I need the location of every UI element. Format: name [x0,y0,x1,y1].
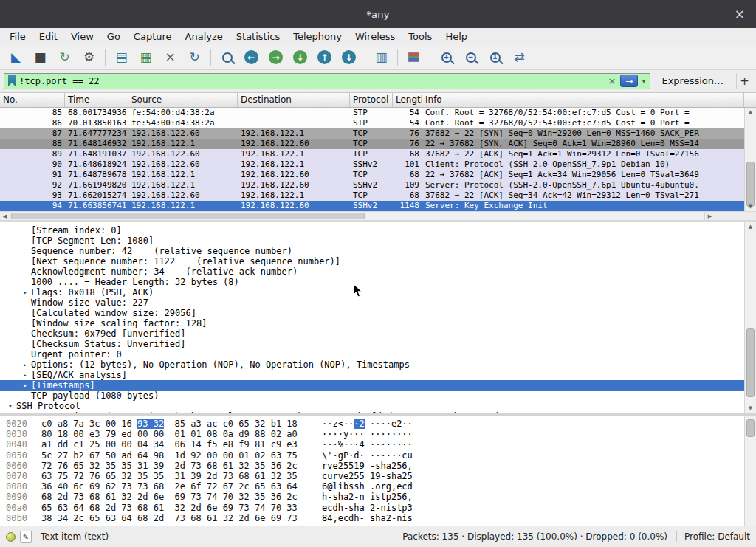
expand-arrow-icon[interactable]: ▸ [19,287,31,297]
detail-line[interactable]: [TCP Segment Len: 1080] [0,235,756,246]
details-scrollbar[interactable]: ▲ ▼ [744,222,756,413]
packet-row-87[interactable]: 8771.647777234192.168.122.60192.168.122.… [0,128,756,139]
reload-button[interactable]: ↻ [183,47,206,68]
detail-line[interactable]: Urgent pointer: 0 [0,349,756,359]
packet-row-91[interactable]: 9171.648789678192.168.122.1192.168.122.6… [0,170,756,180]
packet-row-93[interactable]: 9371.662015274192.168.122.60192.168.122.… [0,190,756,201]
packet-row-89[interactable]: 8971.648191037192.168.122.60192.168.122.… [0,149,756,159]
scrollbar-thumb[interactable] [746,419,755,437]
capture-options-button[interactable]: ⚙ [78,47,100,68]
detail-line[interactable]: Sequence number: 42 (relative sequence n… [0,246,756,256]
zoom-out-button[interactable]: − [459,47,482,68]
menu-tools[interactable]: Tools [402,30,439,44]
column-header-no[interactable]: No. [0,93,65,107]
zoom-in-button[interactable]: + [435,47,458,68]
capture-restart-button[interactable]: ↻ [53,47,76,68]
filter-bookmark-icon[interactable] [8,75,16,86]
menu-statistics[interactable]: Statistics [230,30,286,44]
hex-row-0080[interactable]: 008036 40 6c 69 62 73 73 68 2e 6f 72 67 … [0,481,756,492]
detail-line[interactable]: ▾SSH Protocol [0,401,756,411]
hscroll-track[interactable] [10,212,704,220]
packet-list-hscrollbar[interactable]: ◀ ▶ [0,211,756,220]
resize-columns-button[interactable]: ⇄ [508,47,531,68]
go-back-button[interactable]: ← [240,47,263,68]
detail-line[interactable]: [Checksum Status: Unverified] [0,339,756,349]
detail-line[interactable]: [Window size scaling factor: 128] [0,318,756,328]
clear-filter-icon[interactable]: × [605,75,619,86]
menu-wireless[interactable]: Wireless [348,30,402,44]
file-close-button[interactable]: × [159,47,182,68]
scrollbar-thumb[interactable] [746,162,755,207]
apply-filter-button[interactable]: → [620,75,638,87]
hex-row-0060[interactable]: 006072 76 65 32 35 35 31 39 2d 73 68 61 … [0,461,756,471]
expand-arrow-icon[interactable]: ▸ [19,370,31,380]
add-filter-button-plus[interactable]: + [736,73,752,89]
hex-scrollbar[interactable] [744,416,756,526]
detail-line[interactable]: ▸[Timestamps] [0,380,756,391]
expand-arrow-icon[interactable]: ▸ [19,359,31,370]
menu-edit[interactable]: Edit [32,30,64,44]
packet-row-86[interactable]: 8670.013850163fe:54:00:d4:38:2aSTP54Conf… [0,118,756,128]
expression-button[interactable]: Expression… [656,74,729,88]
packet-row-92[interactable]: 9271.661949820192.168.122.1192.168.122.6… [0,180,756,190]
packet-list-scrollbar[interactable]: ▲ ▼ [744,108,756,211]
hex-row-0090[interactable]: 009068 2d 73 68 61 32 2d 6e 69 73 74 70 … [0,492,756,502]
capture-comment-icon[interactable]: ✎ [20,531,32,543]
go-to-packet-button[interactable]: ↓ [289,47,312,68]
scroll-right-arrow-icon[interactable]: ▶ [704,212,715,220]
file-open-button[interactable]: ▤ [110,47,133,68]
expert-info-icon[interactable] [6,532,16,542]
menu-file[interactable]: File [3,30,32,44]
menu-analyze[interactable]: Analyze [179,30,230,44]
zoom-original-button[interactable]: 1 [484,47,506,68]
detail-line[interactable]: [Stream index: 0] [0,225,756,235]
hex-row-0020[interactable]: 0020c0 a8 7a 3c 00 16 93 32 85 a3 ac c0 … [0,419,756,429]
scroll-up-arrow-icon[interactable]: ▲ [745,108,756,117]
scroll-left-arrow-icon[interactable]: ◀ [0,212,10,220]
packet-row-90[interactable]: 9071.648618924192.168.122.60192.168.122.… [0,159,756,170]
menu-telephony[interactable]: Telephony [286,30,348,44]
expand-arrow-icon[interactable]: ▸ [19,380,31,391]
close-window-button[interactable]: × [731,7,749,21]
status-profile[interactable]: Profile: Default [676,531,750,542]
detail-line[interactable]: Acknowledgment number: 34 (relative ack … [0,266,756,277]
hex-row-0070[interactable]: 007063 75 72 76 65 32 35 35 31 39 2d 73 … [0,471,756,481]
expand-arrow-icon[interactable]: ▾ [4,401,16,411]
packet-row-94[interactable]: 9471.663856741192.168.122.1192.168.122.6… [0,201,756,211]
detail-line[interactable]: ▸Flags: 0x018 (PSH, ACK) [0,287,756,297]
detail-line[interactable]: TCP payload (1080 bytes) [0,391,756,401]
hex-row-0030[interactable]: 003080 18 00 e3 79 ed 00 00 01 01 08 0a … [0,429,756,439]
menu-capture[interactable]: Capture [127,30,179,44]
detail-line[interactable]: [Calculated window size: 29056] [0,308,756,318]
hex-row-00b0[interactable]: 00b038 34 2c 65 63 64 68 2d 73 68 61 32 … [0,513,756,523]
packet-row-85[interactable]: 8568.001734936fe:54:00:d4:38:2aSTP54Conf… [0,108,756,118]
detail-line[interactable]: Checksum: 0x79ed [unverified] [0,328,756,339]
column-header-length[interactable]: Length [393,93,422,107]
column-header-destination[interactable]: Destination [238,93,350,107]
detail-line[interactable]: 1000 .... = Header Length: 32 bytes (8) [0,277,756,287]
hex-row-0040[interactable]: 0040a1 dd c1 25 00 00 04 34 06 14 f5 e8 … [0,439,756,450]
column-header-time[interactable]: Time [65,93,128,107]
colorize-button[interactable] [402,47,425,68]
file-save-button[interactable]: ▦ [134,47,157,68]
scroll-down-arrow-icon[interactable]: ▼ [745,202,756,211]
column-header-protocol[interactable]: Protocol [350,93,393,107]
display-filter-field[interactable]: × → ▾ [4,73,650,89]
scroll-up-arrow-icon[interactable]: ▲ [745,222,756,231]
scrollbar-thumb[interactable] [746,328,755,397]
scroll-down-arrow-icon[interactable]: ▼ [745,404,756,413]
hscrollbar-thumb[interactable] [11,213,365,219]
capture-stop-button[interactable]: ■ [29,47,52,68]
go-first-button[interactable]: ↑ [313,47,336,68]
filter-history-dropdown-icon[interactable]: ▾ [639,77,647,85]
packet-row-88[interactable]: 8871.648146932192.168.122.1192.168.122.6… [0,139,756,149]
auto-scroll-button[interactable]: ▥ [370,47,393,68]
hex-row-0050[interactable]: 00505c 27 b2 67 50 ad 64 98 1d 92 00 00 … [0,450,756,461]
detail-line[interactable]: Window size value: 227 [0,297,756,308]
go-last-button[interactable]: ↓ [337,47,360,68]
menu-view[interactable]: View [64,30,100,44]
menu-help[interactable]: Help [439,30,474,44]
detail-line[interactable]: [Next sequence number: 1122 (relative se… [0,256,756,266]
menu-go[interactable]: Go [100,30,127,44]
detail-line[interactable]: ▸[SEQ/ACK analysis] [0,370,756,380]
